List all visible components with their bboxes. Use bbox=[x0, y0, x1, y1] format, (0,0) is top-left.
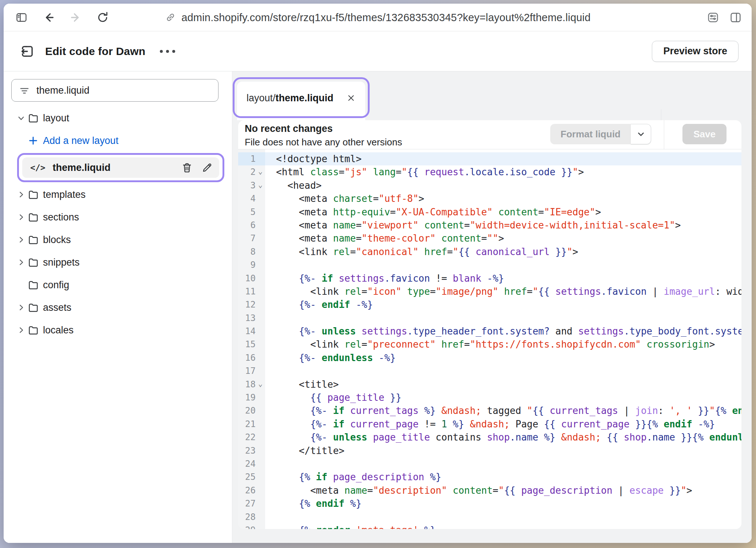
chevron-right-icon[interactable] bbox=[15, 213, 28, 221]
file-sidebar: layoutAdd a new layout</>theme.liquidtem… bbox=[4, 71, 232, 543]
tab-theme-liquid[interactable]: layout/theme.liquid bbox=[237, 82, 365, 120]
editor-panel: layout/theme.liquid No recent changes Fi… bbox=[232, 71, 752, 543]
line-number: 22 bbox=[238, 431, 265, 444]
code-line-13[interactable]: 13 bbox=[238, 312, 741, 325]
line-number: 13 bbox=[238, 312, 265, 325]
code-line-19[interactable]: 19 {{ page_title }} bbox=[238, 391, 741, 404]
code-line-3[interactable]: 3⌄ <head> bbox=[238, 179, 741, 192]
split-view-icon[interactable] bbox=[729, 11, 742, 24]
fold-icon[interactable]: ⌄ bbox=[256, 378, 265, 391]
code-line-26[interactable]: 26 <meta name="description" content="{{ … bbox=[238, 484, 741, 497]
line-number: 21 bbox=[238, 418, 265, 431]
close-tab-icon[interactable] bbox=[346, 93, 356, 103]
sidebar-item-label: blocks bbox=[43, 234, 71, 246]
line-number: 18⌄ bbox=[238, 378, 265, 391]
preview-store-button[interactable]: Preview store bbox=[652, 41, 739, 62]
code-line-10[interactable]: 10 {%- if settings.favicon != blank -%} bbox=[238, 272, 741, 285]
reload-icon[interactable] bbox=[96, 11, 109, 24]
format-liquid-button[interactable]: Format liquid bbox=[550, 124, 631, 144]
code-line-1[interactable]: 1<!doctype html> bbox=[238, 152, 741, 165]
chevron-right-icon[interactable] bbox=[15, 304, 28, 312]
line-number: 10 bbox=[238, 272, 265, 285]
editor-card: No recent changes File does not have any… bbox=[238, 120, 741, 529]
line-number: 25 bbox=[238, 470, 265, 484]
sidebar-item-sections[interactable]: sections bbox=[4, 207, 232, 227]
sidebar-item-theme-liquid[interactable]: </>theme.liquid bbox=[22, 157, 219, 178]
add-layout-action[interactable]: Add a new layout bbox=[4, 130, 232, 151]
code-line-7[interactable]: 7 <meta name="theme-color" content=""> bbox=[238, 232, 741, 245]
sidebar-item-locales[interactable]: locales bbox=[4, 320, 232, 340]
code-line-15[interactable]: 15 <link rel="preconnect" href="https://… bbox=[238, 338, 741, 351]
format-dropdown-icon[interactable] bbox=[631, 124, 651, 144]
sidebar-item-config[interactable]: config bbox=[4, 275, 232, 295]
code-line-16[interactable]: 16 {%- endunless -%} bbox=[238, 351, 741, 364]
status-title: No recent changes bbox=[245, 123, 333, 134]
code-line-11[interactable]: 11 <link rel="icon" type="image/png" hre… bbox=[238, 285, 741, 298]
address-bar[interactable]: admin.shopify.com/store/rzq1xu-f5/themes… bbox=[165, 11, 591, 23]
url-text: admin.shopify.com/store/rzq1xu-f5/themes… bbox=[181, 11, 591, 23]
search-input[interactable] bbox=[36, 85, 197, 96]
line-number: 8 bbox=[238, 245, 265, 258]
line-number: 19 bbox=[238, 391, 265, 404]
code-line-2[interactable]: 2⌄<html class="js" lang="{{ request.loca… bbox=[238, 165, 741, 179]
browser-toolbar: admin.shopify.com/store/rzq1xu-f5/themes… bbox=[4, 4, 752, 31]
tab-label: layout/theme.liquid bbox=[247, 93, 334, 104]
code-line-9[interactable]: 9 bbox=[238, 258, 741, 271]
code-line-22[interactable]: 22 {%- unless page_title contains shop.n… bbox=[238, 431, 741, 444]
line-number: 1 bbox=[238, 152, 265, 165]
code-line-28[interactable]: 28 bbox=[238, 510, 741, 524]
page-settings-icon[interactable] bbox=[706, 11, 720, 24]
line-number: 9 bbox=[238, 258, 265, 271]
code-line-24[interactable]: 24 bbox=[238, 457, 741, 470]
more-actions-icon[interactable] bbox=[160, 50, 175, 53]
code-line-5[interactable]: 5 <meta http-equiv="X-UA-Compatible" con… bbox=[238, 206, 741, 219]
fold-icon[interactable]: ⌄ bbox=[256, 179, 265, 192]
rename-file-icon[interactable] bbox=[201, 162, 213, 173]
file-tree: layoutAdd a new layout</>theme.liquidtem… bbox=[4, 108, 232, 342]
link-icon bbox=[165, 12, 176, 23]
chevron-right-icon[interactable] bbox=[15, 326, 28, 334]
line-number: 12 bbox=[238, 298, 265, 311]
delete-file-icon[interactable] bbox=[181, 162, 193, 173]
exit-editor-icon[interactable] bbox=[20, 44, 35, 59]
code-line-23[interactable]: 23 </title> bbox=[238, 444, 741, 457]
code-line-20[interactable]: 20 {%- if current_tags %} &ndash; tagged… bbox=[238, 404, 741, 417]
sidebar-item-snippets[interactable]: snippets bbox=[4, 252, 232, 273]
sidebar-item-label: sections bbox=[43, 212, 79, 223]
sidebar-item-label: snippets bbox=[43, 257, 80, 268]
fold-icon[interactable]: ⌄ bbox=[256, 165, 265, 179]
sidebar-item-templates[interactable]: templates bbox=[4, 184, 232, 205]
code-line-25[interactable]: 25 {% if page_description %} bbox=[238, 470, 741, 484]
code-line-21[interactable]: 21 {%- if current_page != 1 %} &ndash; P… bbox=[238, 418, 741, 431]
chevron-right-icon[interactable] bbox=[15, 236, 28, 244]
folder-icon bbox=[28, 189, 43, 200]
code-line-14[interactable]: 14 {%- unless settings.type_header_font.… bbox=[238, 325, 741, 338]
sidebar-item-label: locales bbox=[43, 325, 74, 336]
code-line-17[interactable]: 17 bbox=[238, 364, 741, 377]
forward-icon[interactable] bbox=[69, 11, 82, 24]
browser-sidebar-toggle-icon[interactable] bbox=[15, 11, 28, 24]
line-number: 2⌄ bbox=[238, 165, 265, 179]
code-line-4[interactable]: 4 <meta charset="utf-8"> bbox=[238, 192, 741, 205]
code-line-8[interactable]: 8 <link rel="canonical" href="{{ canonic… bbox=[238, 245, 741, 258]
tutorial-highlight-file: </>theme.liquid bbox=[17, 153, 224, 182]
chevron-down-icon[interactable] bbox=[15, 114, 28, 122]
code-line-29[interactable]: 29 {% render 'meta-tags' %} bbox=[238, 524, 741, 529]
line-number: 26 bbox=[238, 484, 265, 497]
code-editor[interactable]: 1<!doctype html>2⌄<html class="js" lang=… bbox=[238, 149, 741, 529]
chevron-right-icon[interactable] bbox=[15, 191, 28, 199]
code-line-12[interactable]: 12 {%- endif -%} bbox=[238, 298, 741, 311]
line-number: 28 bbox=[238, 510, 265, 524]
file-search-field[interactable] bbox=[11, 79, 218, 102]
code-line-18[interactable]: 18⌄ <title> bbox=[238, 378, 741, 391]
sidebar-item-layout[interactable]: layout bbox=[4, 108, 232, 128]
sidebar-item-assets[interactable]: assets bbox=[4, 297, 232, 318]
code-line-6[interactable]: 6 <meta name="viewport" content="width=d… bbox=[238, 219, 741, 232]
back-icon[interactable] bbox=[42, 11, 55, 24]
save-button[interactable]: Save bbox=[682, 124, 727, 144]
sidebar-item-label: layout bbox=[43, 113, 69, 124]
filter-icon bbox=[19, 85, 30, 96]
code-line-27[interactable]: 27 {% endif %} bbox=[238, 497, 741, 510]
sidebar-item-blocks[interactable]: blocks bbox=[4, 230, 232, 250]
chevron-right-icon[interactable] bbox=[15, 258, 28, 266]
